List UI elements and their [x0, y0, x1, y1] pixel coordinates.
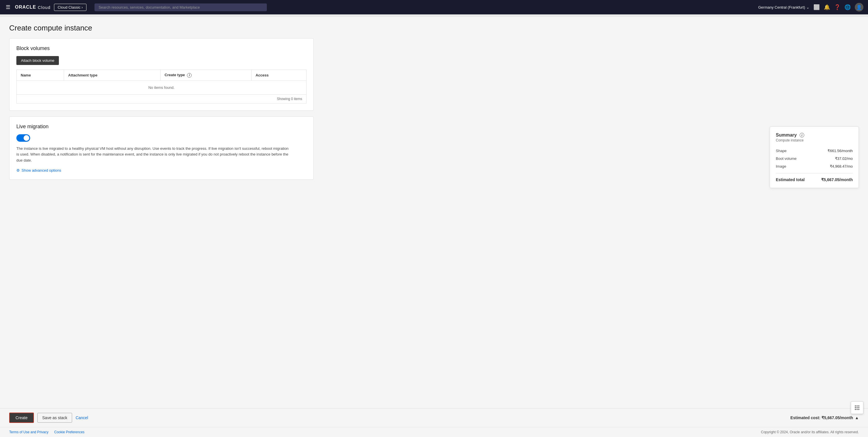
top-navigation: ☰ ORACLE Cloud Cloud Classic › Germany C…	[0, 0, 868, 14]
empty-message: No items found.	[17, 81, 307, 94]
nav-right-actions: Germany Central (Frankfurt) ⌄ ⬜ 🔔 ❓ 🌐 👤	[758, 3, 863, 11]
shape-label: Shape	[776, 149, 787, 153]
user-avatar[interactable]: 👤	[855, 3, 863, 11]
scroll-indicator	[0, 14, 868, 17]
col-header-name: Name	[17, 70, 64, 81]
help-dots-grid	[855, 405, 859, 408]
copyright-text: Copyright © 2024, Oracle and/or its affi…	[761, 430, 859, 434]
create-type-label: Create type	[164, 73, 185, 77]
summary-title-text: Summary	[776, 133, 797, 138]
cancel-button[interactable]: Cancel	[75, 415, 88, 420]
table-footer-showing: Showing 0 items	[17, 95, 307, 104]
create-type-info-icon[interactable]: i	[187, 73, 192, 78]
col-header-access: Access	[251, 70, 306, 81]
block-volumes-table: Name Attachment type Create type i Acces…	[17, 69, 307, 95]
main-form-area: Create compute instance Block volumes At…	[9, 24, 314, 403]
image-label: Image	[776, 164, 786, 169]
oracle-logo: ORACLE Cloud	[15, 5, 51, 10]
cloud-classic-label: Cloud Classic ›	[58, 5, 83, 9]
cookie-preferences-link[interactable]: Cookie Preferences	[54, 430, 85, 434]
help-dot	[855, 405, 856, 407]
help-dot	[858, 405, 859, 407]
estimated-total-label: Estimated total	[776, 177, 805, 182]
create-button-label: Create	[16, 415, 28, 420]
summary-boot-volume-row: Boot volume ₹37.02/mo	[776, 155, 853, 163]
summary-shape-row: Shape ₹661.56/month	[776, 147, 853, 155]
help-circle-icon[interactable]: ❓	[834, 4, 840, 10]
live-migration-toggle[interactable]	[17, 134, 30, 142]
live-migration-section: Live migration The instance is live migr…	[9, 116, 314, 180]
save-stack-label: Save as stack	[42, 415, 67, 420]
search-container	[94, 3, 267, 11]
oracle-wordmark: ORACLE	[15, 5, 36, 10]
save-as-stack-button[interactable]: Save as stack	[37, 413, 72, 423]
attach-block-volume-button[interactable]: Attach block volume	[17, 56, 59, 65]
help-dot	[857, 405, 858, 407]
cloud-wordmark: Cloud	[38, 5, 51, 10]
page-footer: Terms of Use and Privacy Cookie Preferen…	[0, 427, 868, 437]
summary-subtitle: Compute instance	[776, 138, 853, 142]
summary-image-row: Image ₹4,968.47/mo	[776, 163, 853, 170]
boot-volume-label: Boot volume	[776, 156, 797, 161]
terms-link[interactable]: Terms of Use and Privacy	[9, 430, 49, 434]
region-selector[interactable]: Germany Central (Frankfurt) ⌄	[758, 5, 809, 9]
summary-estimated-total-row: Estimated total ₹5,667.05/month	[776, 176, 853, 182]
boot-volume-value: ₹37.02/mo	[835, 156, 853, 161]
show-advanced-options-link[interactable]: ⚙ Show advanced options	[17, 168, 61, 173]
estimated-cost-display: Estimated cost: ₹5,667.05/month ▲	[790, 415, 859, 420]
advanced-options-icon: ⚙	[17, 168, 20, 173]
block-volumes-section: Block volumes Attach block volume Name A…	[9, 38, 314, 111]
image-value: ₹4,968.47/mo	[830, 164, 853, 169]
region-label: Germany Central (Frankfurt)	[758, 5, 805, 9]
hamburger-menu-icon[interactable]: ☰	[5, 3, 11, 11]
estimated-cost-label: Estimated cost: ₹5,667.05/month	[790, 415, 853, 420]
chevron-up-icon: ▲	[855, 415, 859, 420]
footer-links: Terms of Use and Privacy Cookie Preferen…	[9, 430, 85, 434]
page-title: Create compute instance	[9, 24, 314, 32]
summary-panel: Summary i Compute instance Shape ₹661.56…	[770, 126, 859, 188]
attach-button-label: Attach block volume	[21, 58, 54, 63]
language-globe-icon[interactable]: 🌐	[844, 4, 851, 10]
help-dot	[857, 407, 858, 408]
live-migration-title: Live migration	[17, 124, 307, 130]
summary-title: Summary i	[776, 133, 853, 138]
col-header-attachment-type: Attachment type	[64, 70, 161, 81]
summary-info-icon[interactable]: i	[800, 133, 804, 138]
chevron-down-icon: ⌄	[806, 5, 809, 9]
live-migration-toggle-container	[17, 134, 307, 142]
cloud-shell-icon[interactable]: ⬜	[813, 4, 820, 10]
estimated-total-value: ₹5,667.05/month	[821, 177, 853, 182]
toggle-slider	[17, 134, 30, 142]
summary-divider	[776, 173, 853, 173]
notification-bell-icon[interactable]: 🔔	[824, 4, 830, 10]
shape-value: ₹661.56/month	[828, 149, 853, 153]
table-row-empty: No items found.	[17, 81, 307, 94]
cloud-classic-button[interactable]: Cloud Classic ›	[54, 4, 87, 11]
advanced-options-label: Show advanced options	[22, 168, 61, 173]
col-header-create-type: Create type i	[161, 70, 252, 81]
live-migration-description: The instance is live migrated to a healt…	[17, 146, 289, 164]
bottom-action-bar: Create Save as stack Cancel Estimated co…	[0, 408, 868, 427]
search-input[interactable]	[94, 3, 267, 11]
create-button[interactable]: Create	[9, 413, 34, 423]
help-float-button[interactable]	[851, 401, 863, 408]
help-dot	[858, 407, 859, 408]
cancel-label: Cancel	[75, 415, 88, 420]
help-dot	[855, 407, 856, 408]
block-volumes-title: Block volumes	[17, 46, 307, 52]
